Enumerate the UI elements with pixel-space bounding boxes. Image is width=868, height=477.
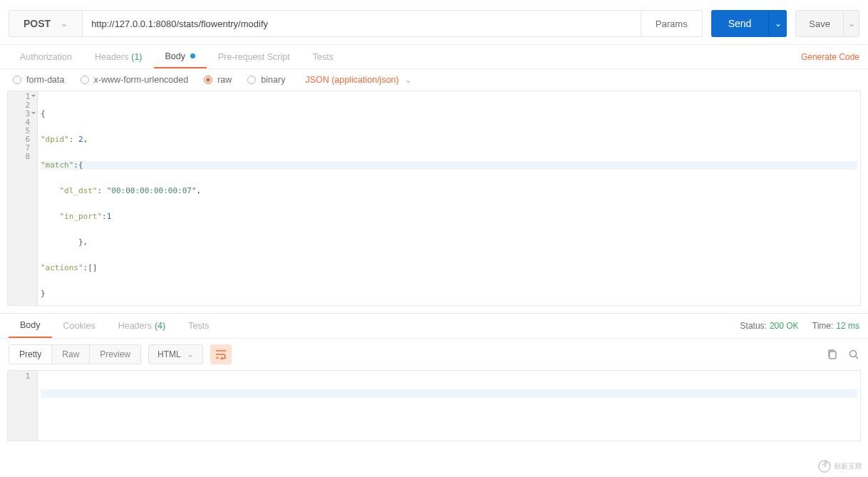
radio-form-data[interactable] xyxy=(13,76,21,84)
save-dropdown[interactable]: ⌄ xyxy=(844,10,859,37)
search-icon[interactable] xyxy=(848,349,859,360)
editor-gutter: 1 2 3 4 5 6 7 8 xyxy=(8,91,38,305)
resp-code-area[interactable] xyxy=(38,371,860,441)
resp-headers-count: (4) xyxy=(155,321,165,331)
tab-tests[interactable]: Tests xyxy=(301,45,345,68)
generate-code-link[interactable]: Generate Code xyxy=(801,52,859,62)
content-type-select[interactable]: JSON (application/json) ⌄ xyxy=(305,75,411,85)
svg-point-1 xyxy=(850,351,857,357)
resp-tab-body[interactable]: Body xyxy=(9,314,52,338)
http-method-select[interactable]: POST ⌄ xyxy=(9,10,83,37)
tab-prerequest[interactable]: Pre-request Script xyxy=(207,45,301,68)
view-raw[interactable]: Raw xyxy=(52,345,90,364)
resp-tab-cookies[interactable]: Cookies xyxy=(52,314,107,338)
response-status: Status:200 OK Time:12 ms xyxy=(740,321,859,331)
chevron-down-icon: ⌄ xyxy=(61,19,68,29)
tab-headers[interactable]: Headers (1) xyxy=(83,45,154,68)
save-button[interactable]: Save xyxy=(795,10,844,37)
view-mode-segment: Pretty Raw Preview xyxy=(9,344,141,364)
tab-body[interactable]: Body xyxy=(154,45,207,68)
view-pretty[interactable]: Pretty xyxy=(9,345,52,364)
url-input[interactable]: http://127.0.0.1:8080/stats/flowentry/mo… xyxy=(83,10,641,37)
radio-raw[interactable] xyxy=(204,76,212,84)
watermark: 创新互联 xyxy=(818,460,862,473)
chevron-down-icon: ⌄ xyxy=(405,75,412,85)
params-button[interactable]: Params xyxy=(641,10,703,37)
chevron-down-icon: ⌄ xyxy=(848,19,855,29)
send-button[interactable]: Send xyxy=(711,10,769,37)
wrap-icon xyxy=(215,349,227,359)
radio-urlencoded[interactable] xyxy=(81,76,89,84)
tab-authorization[interactable]: Authorization xyxy=(9,45,83,68)
wrap-lines-button[interactable] xyxy=(210,344,232,364)
response-body-editor[interactable]: 1 xyxy=(7,370,861,441)
watermark-logo-icon xyxy=(818,460,831,473)
resp-tab-tests[interactable]: Tests xyxy=(177,314,220,338)
resp-editor-gutter: 1 xyxy=(8,371,38,441)
resp-tab-headers[interactable]: Headers (4) xyxy=(107,314,177,338)
send-dropdown[interactable]: ⌄ xyxy=(768,10,787,37)
svg-line-2 xyxy=(856,357,859,359)
code-area[interactable]: { "dpid": 2, "match":{ "dl_dst": "00:00:… xyxy=(38,91,860,305)
http-method-value: POST xyxy=(24,18,51,29)
svg-rect-0 xyxy=(830,352,836,359)
copy-icon[interactable] xyxy=(827,349,838,360)
response-format-select[interactable]: HTML ⌄ xyxy=(148,344,203,364)
chevron-down-icon: ⌄ xyxy=(187,349,194,359)
body-modified-dot-icon xyxy=(190,53,195,58)
view-preview[interactable]: Preview xyxy=(90,345,140,364)
chevron-down-icon: ⌄ xyxy=(775,19,782,29)
headers-count: (1) xyxy=(131,52,142,62)
url-value: http://127.0.0.1:8080/stats/flowentry/mo… xyxy=(91,19,268,29)
request-body-editor[interactable]: 1 2 3 4 5 6 7 8 { "dpid": 2, "match":{ "… xyxy=(7,91,861,306)
radio-binary[interactable] xyxy=(247,76,256,84)
